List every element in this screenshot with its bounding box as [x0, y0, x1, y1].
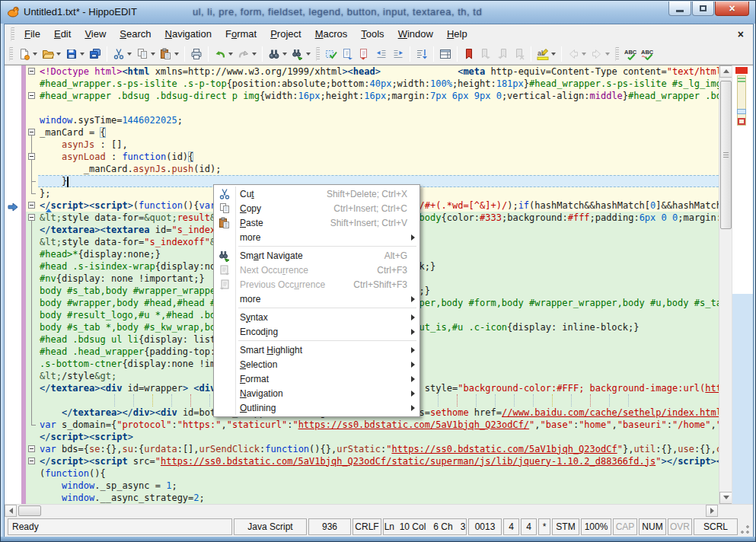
code-line[interactable]: window.__async_strategy=2; — [38, 492, 719, 504]
menu-item-view[interactable]: View — [78, 26, 113, 42]
status-cell-ln-10-col-6-ch-3[interactable]: Ln 10 Col 6 Ch 3 — [383, 518, 467, 535]
document-close-button[interactable]: × — [732, 28, 750, 40]
context-menu-item-paste[interactable]: PasteShift+Insert; Ctrl+V — [214, 215, 419, 230]
toolbar-button-open-file[interactable] — [40, 46, 62, 62]
code-line[interactable]: #head_wrapper.s-ps-islite .s-p-top{posit… — [38, 78, 719, 90]
titlebar[interactable]: Untitled1.txt* - HippoEDIT ul, li, pre, … — [1, 1, 755, 24]
toolbar-button-redo[interactable] — [236, 46, 258, 62]
context-menu-item-smart-navigate[interactable]: Smart NavigateAlt+G — [214, 248, 419, 263]
fold-collapse-button[interactable] — [28, 68, 35, 75]
toolbar-grip[interactable] — [316, 47, 320, 61]
status-cell-4[interactable]: 4 — [521, 518, 537, 535]
toolbar-button-auto-spell-check[interactable]: ABC — [640, 46, 655, 62]
scroll-right-button[interactable] — [706, 505, 718, 517]
fold-collapse-button[interactable] — [28, 202, 35, 209]
toolbar-button-outdent[interactable] — [374, 46, 389, 62]
toolbar-button-spell-check[interactable]: ABC — [623, 46, 638, 62]
resize-grip[interactable] — [739, 518, 750, 535]
toolbar-button-save[interactable] — [64, 46, 86, 62]
code-line[interactable]: <!Doctype html><html xmlns=http://www.w3… — [38, 65, 719, 78]
minimize-button[interactable] — [668, 2, 691, 16]
scroll-left-button[interactable] — [5, 505, 17, 517]
fold-collapse-button[interactable] — [28, 445, 35, 452]
dropdown-caret-icon[interactable] — [605, 53, 610, 56]
status-cell-ovr[interactable]: OVR — [668, 518, 692, 535]
toolbar-button-highlight[interactable]: ab — [535, 46, 557, 62]
code-line[interactable]: window.sysTime=1446022025; — [38, 114, 719, 126]
toolbar-button-print[interactable] — [189, 46, 204, 62]
dropdown-caret-icon[interactable] — [33, 53, 37, 56]
vertical-scrollbar[interactable] — [719, 65, 732, 504]
menu-item-help[interactable]: Help — [440, 26, 474, 42]
code-line[interactable]: </script><script> — [38, 431, 719, 443]
toolbar-button-find[interactable] — [266, 46, 289, 62]
menu-item-project[interactable]: Project — [263, 26, 308, 42]
close-button[interactable]: × — [715, 2, 749, 16]
dropdown-caret-icon[interactable] — [174, 53, 179, 56]
vertical-scroll-thumb[interactable] — [720, 81, 732, 229]
scroll-up-button[interactable] — [719, 65, 732, 78]
code-line[interactable]: </script><script src="https://ss0.bdstat… — [38, 455, 719, 467]
code-line[interactable]: asynJs : [], — [38, 139, 719, 151]
status-cell-scrl[interactable]: SCRL — [694, 518, 738, 535]
toolbar-button-cut[interactable] — [111, 46, 133, 62]
toolbar-button-save-all[interactable] — [88, 46, 103, 62]
toolbar-button-find-in-files[interactable] — [290, 46, 312, 62]
status-cell-num[interactable]: NUM — [639, 518, 666, 535]
code-line[interactable]: asynLoad : function(id){ — [38, 151, 719, 163]
toolbar-button-remove-template[interactable] — [357, 46, 372, 62]
context-menu-item-syntax[interactable]: Syntax — [214, 310, 419, 324]
menu-item-file[interactable]: File — [18, 26, 47, 42]
status-cell-936[interactable]: 936 — [308, 518, 351, 535]
dropdown-caret-icon[interactable] — [582, 53, 586, 56]
fold-collapse-button[interactable] — [28, 458, 35, 464]
context-menu-item-more[interactable]: more — [214, 292, 419, 306]
toolbar-button-insert-template[interactable] — [340, 46, 356, 62]
fold-column[interactable] — [26, 65, 38, 504]
context-menu-item-encoding[interactable]: Encoding — [214, 324, 419, 339]
context-menu-item-outlining[interactable]: Outlining — [214, 400, 419, 415]
code-line[interactable] — [38, 102, 719, 114]
menu-item-format[interactable]: Format — [219, 26, 263, 42]
code-line[interactable]: var s_domain={"protocol":"https:","stati… — [38, 419, 719, 431]
dropdown-caret-icon[interactable] — [151, 53, 155, 56]
dropdown-caret-icon[interactable] — [56, 53, 61, 56]
horizontal-scroll-thumb[interactable] — [18, 505, 41, 516]
menu-item-tools[interactable]: Tools — [354, 26, 391, 42]
code-line[interactable]: _manCard.asynJs.push(id); — [38, 163, 719, 175]
toolbar-button-undo[interactable] — [212, 46, 234, 62]
toolbar-grip[interactable] — [9, 47, 13, 61]
toolbar-button-new-file[interactable] — [17, 46, 39, 62]
menu-item-edit[interactable]: Edit — [47, 26, 78, 42]
status-cell-4[interactable]: 4 — [503, 518, 519, 535]
fold-collapse-button[interactable] — [28, 92, 35, 99]
code-line[interactable]: _manCard = { — [38, 126, 719, 139]
dropdown-caret-icon[interactable] — [306, 53, 311, 56]
context-menu-item-selection[interactable]: Selection — [214, 357, 419, 371]
menu-item-search[interactable]: Search — [113, 26, 158, 42]
dropdown-caret-icon[interactable] — [228, 53, 233, 56]
code-line[interactable]: var bds={se:{},su:{urdata:[],urSendClick… — [38, 443, 719, 455]
code-line[interactable]: window._sp_async = 1; — [38, 480, 719, 492]
fold-collapse-button[interactable] — [28, 214, 35, 221]
dropdown-caret-icon[interactable] — [80, 53, 85, 56]
menu-item-navigation[interactable]: Navigation — [158, 26, 219, 42]
fold-collapse-button[interactable] — [28, 153, 35, 160]
status-cell-0013[interactable]: 0013 — [468, 518, 502, 535]
dropdown-caret-icon[interactable] — [551, 53, 556, 56]
context-menu-item-navigation[interactable]: Navigation — [214, 386, 419, 400]
status-cell-cap[interactable]: CAP — [613, 518, 637, 535]
fold-collapse-button[interactable] — [28, 129, 35, 136]
scroll-marker-strip[interactable] — [732, 65, 753, 504]
editor-gutter[interactable] — [5, 65, 21, 504]
toolbar-grip[interactable] — [615, 47, 619, 61]
status-cell-stm[interactable]: STM — [552, 518, 579, 535]
toolbar-button-split-view[interactable] — [438, 46, 453, 62]
context-menu-item-format[interactable]: Format — [214, 371, 419, 386]
code-line[interactable]: #head_wrapper .bdsug .bdsug-direct p img… — [38, 90, 719, 102]
code-line[interactable]: (function(){ — [38, 467, 719, 480]
horizontal-scrollbar[interactable] — [5, 504, 753, 517]
dropdown-caret-icon[interactable] — [252, 53, 257, 56]
dropdown-caret-icon[interactable] — [127, 53, 132, 56]
context-menu-item-more[interactable]: more — [214, 230, 419, 244]
